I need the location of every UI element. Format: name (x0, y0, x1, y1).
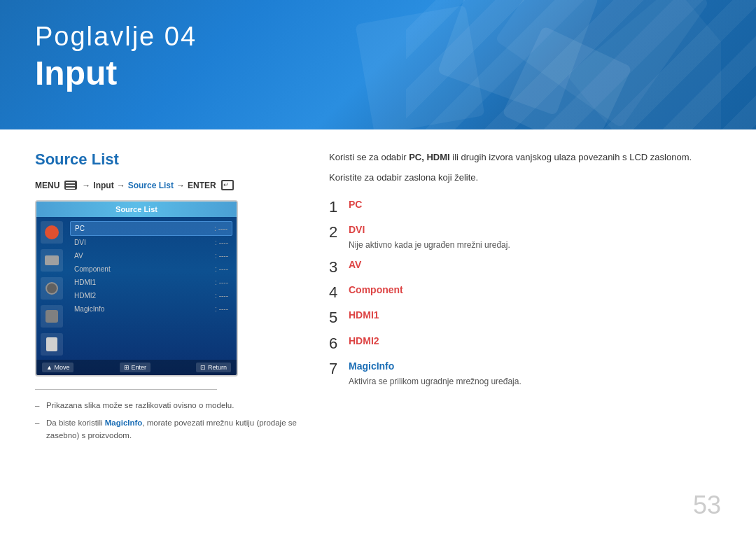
pc-entry-label: PC (349, 198, 721, 212)
screen-icon-2 (41, 249, 63, 272)
list-entry-hdmi1: 5 HDMI1 (329, 309, 721, 327)
entry-number-5: 5 (329, 309, 349, 327)
right-column: Koristi se za odabir PC, HDMI ili drugih… (329, 150, 721, 447)
screen-footer: ▲ Move ⊞ Enter ⊡ Return (36, 360, 237, 375)
entry-content-pc: PC (349, 198, 721, 216)
list-entry-component: 4 Component (329, 283, 721, 302)
hdmi1-entry-label: HDMI1 (349, 309, 721, 323)
screen-body: PC : ---- DVI : ---- AV : ---- Component… (36, 217, 237, 360)
hdmi2-entry-label: HDMI2 (349, 335, 721, 349)
dvi-entry-label: DVI (349, 223, 721, 237)
cam-icon (46, 282, 58, 295)
header-decoration (301, 0, 721, 129)
menu-label: MENU (35, 181, 59, 190)
arrow3: → (176, 181, 185, 190)
move-btn: ▲ Move (42, 363, 74, 372)
enter-icon-box: ↵ (221, 180, 234, 190)
component-entry-label: Component (349, 283, 721, 297)
magicinfo-entry-label: MagicInfo (349, 360, 721, 374)
dvi-label: DVI (74, 239, 86, 246)
screen-icon-3 (41, 277, 63, 300)
note-1: Prikazana slika može se razlikovati ovis… (35, 400, 301, 412)
items-list: 1 PC 2 DVI Nije aktivno kada je ugrađen … (329, 198, 721, 395)
source-list-label: Source List (128, 181, 174, 190)
hdmi1-label: HDMI1 (74, 279, 96, 286)
entry-content-dvi: DVI Nije aktivno kada je ugrađen mrežni … (349, 223, 721, 251)
page-icon (46, 337, 57, 351)
hdmi1-value: : ---- (215, 279, 228, 286)
hdmi2-label: HDMI2 (74, 292, 96, 300)
entry-number-2: 2 (329, 223, 349, 251)
screen-list-item-magicinfo: MagicInfo : ---- (70, 302, 232, 316)
main-content: Source List MENU → Input → Source List →… (0, 129, 756, 461)
entry-content-component: Component (349, 283, 721, 302)
list-entry-magicinfo: 7 MagicInfo Aktivira se prilikom ugradnj… (329, 360, 721, 388)
av-value: : ---- (215, 252, 228, 260)
divider (35, 389, 217, 390)
section-title: Source List (35, 150, 301, 169)
list-entry-pc: 1 PC (329, 198, 721, 216)
entry-number-1: 1 (329, 198, 349, 216)
enter-btn: ⊞ Enter (120, 363, 150, 372)
screen-icons (41, 221, 66, 356)
input-label: Input (93, 181, 113, 190)
entry-content-magicinfo: MagicInfo Aktivira se prilikom ugradnje … (349, 360, 721, 388)
screen-list-item-hdmi1: HDMI1 : ---- (70, 276, 232, 289)
entry-content-av: AV (349, 258, 721, 276)
list-entry-av: 3 AV (329, 258, 721, 276)
note-1-text: Prikazana slika može se razlikovati ovis… (46, 401, 234, 409)
screen-list-item-hdmi2: HDMI2 : ---- (70, 289, 232, 302)
menu-path: MENU → Input → Source List → ENTER ↵ (35, 180, 301, 190)
main-title: Input (35, 53, 197, 94)
magicinfo-value: : ---- (215, 305, 228, 313)
note-2: Da biste koristili MagicInfo, morate pov… (35, 417, 301, 442)
screen-header-label: Source List (36, 202, 237, 217)
note-2-highlight: MagicInfo (105, 419, 143, 427)
description-line2: Koristite za odabir zaslona koji želite. (329, 171, 721, 185)
left-column: Source List MENU → Input → Source List →… (35, 150, 301, 447)
av-entry-label: AV (349, 258, 721, 272)
arrow1: → (82, 181, 90, 190)
note-2-before: Da biste koristili (46, 419, 105, 427)
screen-icon-1 (41, 221, 63, 244)
gear-icon (46, 310, 58, 323)
entry-number-3: 3 (329, 258, 349, 276)
circle-icon (45, 225, 59, 239)
header-title: Poglavlje 04 Input (35, 21, 197, 93)
screen-list-item-av: AV : ---- (70, 249, 232, 262)
page-header: Poglavlje 04 Input (0, 0, 756, 129)
screen-list: PC : ---- DVI : ---- AV : ---- Component… (70, 221, 232, 356)
pc-label: PC (75, 225, 85, 232)
dvi-entry-desc: Nije aktivno kada je ugrađen mrežni uređ… (349, 239, 721, 251)
dvi-value: : ---- (215, 239, 228, 246)
arrow2: → (117, 181, 125, 190)
screen-list-item-component: Component : ---- (70, 262, 232, 276)
desc-before: Koristi se za odabir (329, 152, 409, 162)
screen-icon-4 (41, 305, 63, 328)
component-value: : ---- (215, 265, 228, 273)
entry-number-4: 4 (329, 283, 349, 302)
description-line1: Koristi se za odabir PC, HDMI ili drugih… (329, 150, 721, 165)
entry-number-7: 7 (329, 360, 349, 388)
screen-mockup: Source List (35, 200, 238, 377)
rect-icon (45, 255, 59, 265)
enter-label: ENTER (188, 181, 216, 190)
list-entry-dvi: 2 DVI Nije aktivno kada je ugrađen mrežn… (329, 223, 721, 251)
entry-content-hdmi2: HDMI2 (349, 335, 721, 353)
component-label: Component (74, 265, 111, 273)
return-btn: ⊡ Return (196, 363, 231, 372)
screen-list-item-pc: PC : ---- (70, 221, 232, 236)
desc-bold: PC, HDMI (409, 152, 450, 162)
magicinfo-entry-desc: Aktivira se prilikom ugradnje mrežnog ur… (349, 375, 721, 388)
screen-list-item-dvi: DVI : ---- (70, 236, 232, 249)
screen-icon-5 (41, 333, 63, 356)
chapter-label: Poglavlje 04 (35, 21, 197, 53)
desc-after: ili drugih izvora vanjskog ulaza povezan… (450, 152, 692, 162)
entry-number-6: 6 (329, 335, 349, 353)
av-label: AV (74, 252, 83, 260)
magicinfo-label: MagicInfo (74, 305, 104, 313)
entry-content-hdmi1: HDMI1 (349, 309, 721, 327)
menu-icon-box (64, 181, 77, 190)
pc-value: : ---- (214, 225, 227, 232)
page-number: 53 (693, 491, 721, 520)
